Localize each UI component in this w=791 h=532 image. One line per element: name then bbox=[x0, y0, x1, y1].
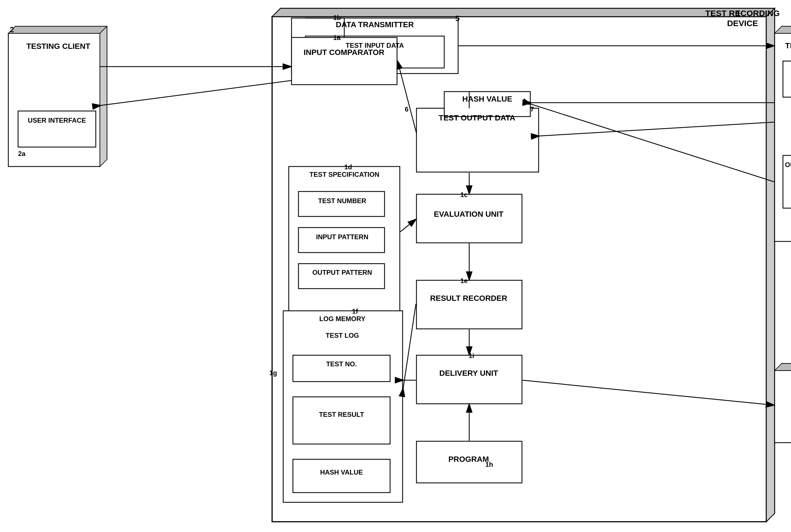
ref-1i: 1i bbox=[469, 352, 474, 360]
svg-line-39 bbox=[100, 80, 291, 106]
ref-1d: 1d bbox=[344, 163, 352, 171]
label-input-comparator: INPUT COMPARATOR bbox=[294, 48, 394, 57]
label-program-1h: PROGRAM bbox=[419, 455, 519, 464]
svg-rect-5 bbox=[8, 33, 100, 167]
label-hash-value-log: HASH VALUE bbox=[294, 469, 389, 476]
svg-line-52 bbox=[531, 104, 774, 182]
arrows-svg bbox=[0, 0, 791, 532]
label-test-number: TEST NUMBER bbox=[300, 197, 384, 205]
ref-1g: 1g bbox=[269, 369, 277, 377]
ref-2a: 2a bbox=[18, 150, 25, 158]
label-testing-client: TESTING CLIENT bbox=[17, 42, 100, 51]
label-test-output-data: TEST OUTPUT DATA bbox=[419, 113, 535, 123]
ref-7: 7 bbox=[530, 106, 534, 114]
label-output-pattern: OUTPUT PATTERN bbox=[300, 269, 384, 277]
ref-5: 5 bbox=[455, 14, 460, 23]
svg-rect-28 bbox=[293, 355, 390, 382]
svg-rect-9 bbox=[775, 33, 791, 242]
svg-rect-29 bbox=[293, 397, 390, 444]
label-data-transmitter: DATA TRANSMITTER bbox=[294, 20, 455, 30]
label-test-no: TEST NO. bbox=[294, 360, 389, 368]
ref-1a: 1a bbox=[333, 34, 341, 42]
svg-rect-13 bbox=[775, 370, 791, 443]
ref-1c: 1c bbox=[460, 191, 468, 199]
label-log-memory: LOG MEMORY bbox=[285, 315, 399, 323]
svg-marker-14 bbox=[775, 364, 791, 370]
ref-2: 2 bbox=[10, 25, 14, 34]
label-acceptance-system: ACCEPTANCE SYSTEM bbox=[777, 386, 791, 404]
svg-rect-0 bbox=[280, 8, 775, 513]
svg-line-51 bbox=[523, 380, 774, 405]
svg-line-46 bbox=[400, 219, 416, 232]
ref-1e: 1e bbox=[460, 277, 468, 285]
label-program-3a: PROGRAM bbox=[783, 72, 791, 80]
label-input-pattern: INPUT PATTERN bbox=[300, 233, 384, 241]
label-evaluation-unit: EVALUATION UNIT bbox=[419, 210, 519, 219]
label-user-interface: USER INTERFACE bbox=[18, 117, 96, 125]
ref-1f: 1f bbox=[352, 307, 358, 316]
label-test-specification: TEST SPECIFICATION bbox=[291, 171, 398, 179]
svg-rect-31 bbox=[416, 355, 522, 404]
diagram: 1 TEST RECORDING DEVICE 2 TESTING CLIENT… bbox=[0, 0, 791, 532]
svg-rect-26 bbox=[416, 280, 522, 329]
svg-rect-8 bbox=[781, 26, 791, 234]
svg-marker-3 bbox=[766, 8, 775, 522]
label-result-recorder: RESULT RECORDER bbox=[419, 293, 519, 303]
svg-line-42 bbox=[398, 61, 416, 133]
label-output-processing: OUTPUT PROCESSING PROGRAM bbox=[783, 161, 791, 177]
label-delivery-unit: DELIVERY UNIT bbox=[419, 368, 519, 378]
label-testing-server: TESTING SERVER bbox=[777, 41, 791, 51]
svg-line-47 bbox=[403, 304, 416, 388]
svg-marker-6 bbox=[8, 26, 107, 33]
label-test-result: TEST RESULT bbox=[294, 411, 389, 419]
svg-line-41 bbox=[539, 122, 774, 136]
svg-marker-7 bbox=[100, 26, 107, 167]
label-hash-value: HASH VALUE bbox=[446, 94, 529, 104]
label-test-recording-device: TEST RECORDING DEVICE bbox=[694, 8, 791, 28]
ref-6: 6 bbox=[405, 106, 409, 114]
label-test-log: TEST LOG bbox=[285, 331, 399, 340]
